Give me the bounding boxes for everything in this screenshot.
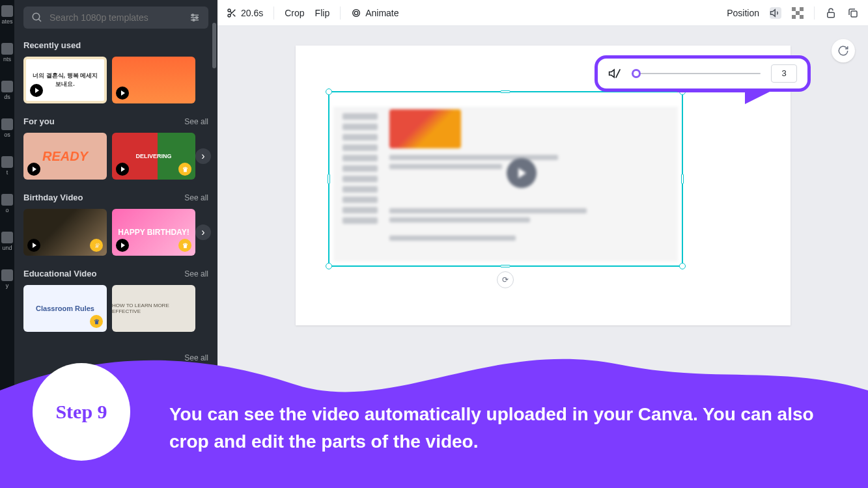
resize-handle[interactable] [681, 174, 684, 184]
search-input[interactable] [49, 12, 182, 23]
svg-rect-18 [796, 11, 800, 15]
scrollbar[interactable] [212, 7, 216, 345]
svg-rect-19 [792, 15, 796, 19]
svg-rect-21 [828, 12, 835, 18]
svg-rect-20 [800, 15, 804, 19]
resize-handle[interactable] [326, 88, 332, 95]
svg-point-5 [192, 14, 194, 16]
nav-rail-item[interactable]: ates [1, 5, 13, 25]
svg-line-12 [230, 11, 232, 13]
section-title: Educational Video [23, 269, 96, 278]
search-bar[interactable] [23, 7, 208, 29]
crown-icon: ♛ [178, 163, 191, 176]
svg-line-1 [38, 19, 41, 21]
nav-rail-item[interactable]: und [1, 232, 13, 251]
resize-handle[interactable] [328, 174, 330, 184]
search-icon [31, 12, 43, 23]
chevron-right-icon[interactable]: › [195, 224, 211, 240]
transparency-icon[interactable] [792, 7, 804, 19]
chevron-right-icon[interactable]: › [195, 148, 211, 164]
nav-rail-item[interactable]: ds [1, 81, 13, 100]
nav-rail-item[interactable]: y [1, 269, 13, 289]
volume-icon[interactable] [770, 7, 781, 19]
svg-line-26 [616, 69, 621, 77]
resize-handle[interactable] [326, 263, 332, 269]
duplicate-icon[interactable] [847, 7, 859, 19]
template-card[interactable]: 너의 결혼식, 행복 메세지 보내요. [23, 57, 107, 103]
resize-handle[interactable] [500, 90, 511, 93]
transparency-value[interactable]: 3 [771, 64, 797, 83]
see-all-link[interactable]: See all [184, 117, 208, 126]
svg-rect-17 [800, 7, 804, 11]
sync-icon[interactable]: ⟳ [497, 271, 514, 288]
svg-point-6 [196, 17, 198, 19]
play-icon [116, 239, 129, 252]
svg-marker-25 [609, 70, 615, 77]
section-title: For you [23, 116, 55, 126]
mute-icon[interactable] [608, 67, 621, 80]
see-all-link[interactable]: See all [184, 269, 208, 278]
svg-point-14 [355, 11, 358, 14]
video-preview [333, 96, 678, 262]
nav-rail-item[interactable]: os [1, 118, 13, 138]
flip-button[interactable]: Flip [315, 8, 330, 18]
section-educational-video: Educational Video See all Classroom Rule… [23, 269, 208, 332]
refresh-button[interactable] [832, 39, 855, 62]
transparency-slider[interactable] [632, 73, 761, 74]
tutorial-overlay: Step 9 You can see the video automatical… [0, 325, 868, 488]
see-all-link[interactable]: See all [184, 193, 208, 202]
section-title: Recently used [23, 40, 81, 50]
crown-icon: ♛ [90, 239, 103, 252]
svg-rect-16 [792, 7, 796, 11]
play-icon [116, 163, 129, 176]
svg-line-11 [233, 14, 236, 16]
settings-icon[interactable] [189, 12, 201, 23]
scissors-icon [227, 8, 237, 18]
position-button[interactable]: Position [727, 8, 759, 18]
play-icon [30, 84, 43, 97]
svg-point-9 [228, 14, 231, 17]
nav-rail-item[interactable]: t [1, 156, 13, 176]
play-icon [27, 239, 40, 252]
section-title: Birthday Video [23, 193, 83, 202]
svg-point-13 [353, 9, 360, 16]
animate-button[interactable]: Animate [351, 8, 399, 18]
animate-icon [351, 8, 361, 18]
play-icon [27, 163, 40, 176]
resize-handle[interactable] [500, 265, 511, 267]
transparency-popover: 3 [595, 55, 811, 92]
nav-rail-item[interactable]: o [1, 194, 13, 213]
template-card[interactable]: READY [23, 133, 107, 180]
play-icon [116, 87, 129, 100]
slider-thumb[interactable] [632, 69, 641, 78]
lock-icon[interactable] [825, 7, 837, 19]
step-label: Step 9 [55, 401, 107, 423]
duration-button[interactable]: 20.6s [227, 8, 263, 18]
crown-icon: ♛ [178, 239, 191, 252]
context-toolbar: 20.6s Crop Flip Animate Position [217, 0, 868, 26]
tutorial-text: You can see the video automatically uplo… [169, 401, 848, 455]
section-birthday-video: Birthday Video See all ♛ HAPPY BIRTHDAY!… [23, 193, 208, 256]
svg-point-8 [228, 9, 231, 12]
template-card[interactable]: DELIVERING♛ [112, 133, 195, 180]
step-badge: Step 9 [33, 363, 130, 461]
svg-marker-15 [771, 9, 776, 16]
svg-point-7 [193, 19, 195, 21]
video-element[interactable]: ⟳ [328, 91, 683, 267]
resize-handle[interactable] [679, 263, 686, 269]
nav-rail-item[interactable]: nts [1, 43, 13, 62]
template-card[interactable]: ♛ [23, 209, 107, 256]
svg-point-0 [33, 13, 40, 20]
svg-rect-22 [851, 11, 857, 17]
section-recently-used: Recently used 너의 결혼식, 행복 메세지 보내요. [23, 40, 208, 103]
section-for-you: For you See all READY DELIVERING♛ › [23, 116, 208, 180]
template-card[interactable] [112, 57, 195, 103]
crop-button[interactable]: Crop [285, 8, 304, 18]
template-card[interactable]: HAPPY BIRTHDAY!♛ [112, 209, 195, 256]
